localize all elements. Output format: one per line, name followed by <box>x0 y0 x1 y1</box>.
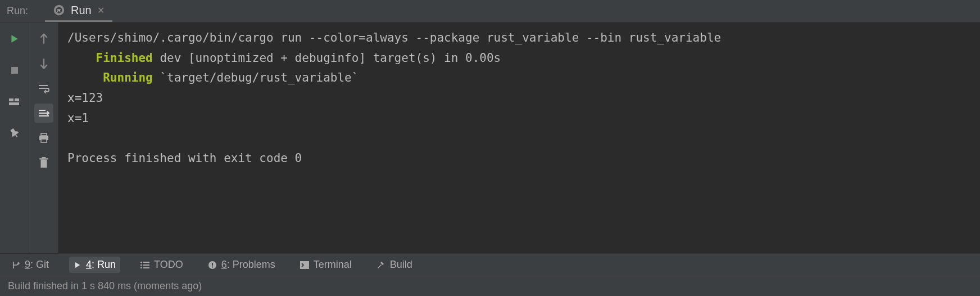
rust-icon: R <box>53 4 65 16</box>
svg-rect-18 <box>143 264 149 266</box>
console-output[interactable]: /Users/shimo/.cargo/bin/cargo run --colo… <box>58 23 980 253</box>
svg-rect-19 <box>140 267 142 268</box>
console-line: x=123 <box>67 91 103 105</box>
toolbar-secondary <box>29 23 58 253</box>
tool-num: 6 <box>221 259 227 270</box>
main-area: /Users/shimo/.cargo/bin/cargo run --colo… <box>0 23 980 253</box>
svg-rect-5 <box>9 98 13 101</box>
svg-rect-23 <box>212 266 213 267</box>
tool-git[interactable]: 9: Git <box>7 257 53 273</box>
scroll-up-button[interactable] <box>34 29 53 48</box>
soft-wrap-button[interactable] <box>34 79 53 98</box>
svg-rect-6 <box>15 98 19 101</box>
terminal-icon <box>300 261 309 269</box>
svg-rect-22 <box>212 263 213 266</box>
svg-rect-16 <box>143 262 149 263</box>
svg-rect-11 <box>40 159 47 167</box>
panel-label: Run: <box>7 5 28 17</box>
tool-label: TODO <box>154 259 183 271</box>
status-bar: Build finished in 1 s 840 ms (moments ag… <box>0 276 980 296</box>
pin-button[interactable] <box>5 124 24 143</box>
svg-rect-4 <box>11 67 18 74</box>
console-keyword: Running <box>103 71 153 84</box>
tool-label: : Problems <box>227 259 275 270</box>
console-line: `target/debug/rust_variable` <box>153 71 359 84</box>
run-tab[interactable]: R Run ✕ <box>45 0 112 22</box>
status-text: Build finished in 1 s 840 ms (moments ag… <box>8 280 202 292</box>
tool-window-bar: 9: Git 4: Run TODO 6: Problems Terminal … <box>0 253 980 276</box>
trash-button[interactable] <box>34 153 53 172</box>
rerun-button[interactable] <box>5 29 24 48</box>
tool-label: : Git <box>30 259 49 270</box>
tool-label: : Run <box>92 259 116 270</box>
svg-rect-8 <box>41 133 47 136</box>
console-line: Process finished with exit code 0 <box>67 151 302 165</box>
svg-rect-20 <box>143 267 149 268</box>
tool-terminal[interactable]: Terminal <box>296 257 356 273</box>
list-icon <box>140 261 149 269</box>
svg-rect-17 <box>140 264 142 266</box>
print-button[interactable] <box>34 128 53 147</box>
svg-rect-7 <box>9 102 19 105</box>
run-panel-header: Run: R Run ✕ <box>0 0 980 23</box>
svg-rect-15 <box>140 262 142 263</box>
svg-marker-14 <box>75 262 80 268</box>
branch-icon <box>11 261 20 270</box>
tool-num: 9 <box>25 259 30 270</box>
console-line: dev [unoptimized + debuginfo] target(s) … <box>153 51 501 65</box>
svg-rect-10 <box>41 139 47 142</box>
svg-marker-3 <box>11 35 17 43</box>
tool-todo[interactable]: TODO <box>136 257 188 273</box>
layout-button[interactable] <box>5 92 24 111</box>
tool-build[interactable]: Build <box>372 257 417 273</box>
play-icon <box>74 261 81 269</box>
stop-button[interactable] <box>5 61 24 80</box>
tool-label: Build <box>390 259 412 271</box>
svg-rect-12 <box>39 158 48 159</box>
tool-run[interactable]: 4: Run <box>69 257 120 273</box>
console-line: /Users/shimo/.cargo/bin/cargo run --colo… <box>67 31 721 44</box>
svg-text:R: R <box>57 8 61 14</box>
close-icon[interactable]: ✕ <box>97 5 105 16</box>
hammer-icon <box>376 261 385 270</box>
warning-icon <box>208 261 217 270</box>
toolbar-left <box>0 23 29 253</box>
tab-title: Run <box>71 4 92 17</box>
console-keyword: Finished <box>96 51 153 65</box>
scroll-to-end-button[interactable] <box>34 104 53 123</box>
svg-rect-13 <box>42 157 46 158</box>
tool-problems[interactable]: 6: Problems <box>203 257 280 273</box>
scroll-down-button[interactable] <box>34 54 53 73</box>
tool-label: Terminal <box>314 259 352 271</box>
svg-rect-24 <box>300 261 309 269</box>
console-line: x=1 <box>67 111 89 125</box>
tool-num: 4 <box>86 259 92 270</box>
